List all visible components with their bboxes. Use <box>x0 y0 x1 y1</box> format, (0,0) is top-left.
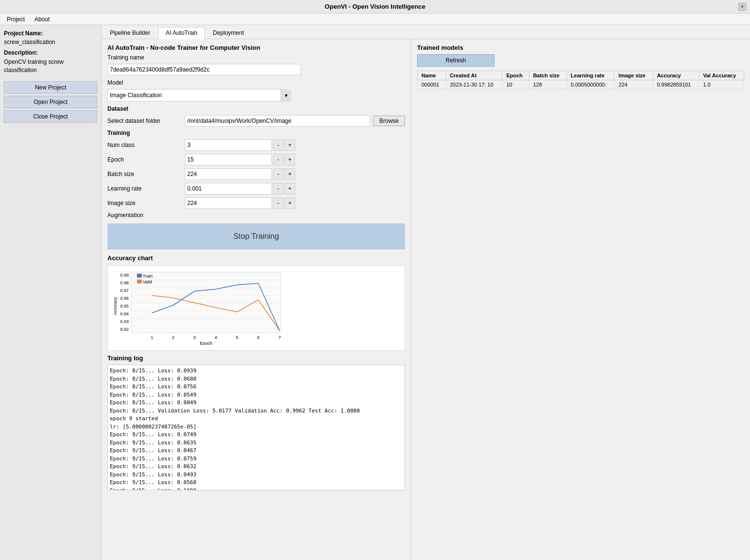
dataset-label: Dataset <box>107 105 185 112</box>
project-name-label: Project Name: <box>4 30 97 37</box>
svg-text:Train: Train <box>143 274 152 279</box>
svg-text:3: 3 <box>193 335 195 340</box>
epoch-label: Epoch <box>107 156 185 163</box>
augmentation-label: Augmentation <box>107 212 185 219</box>
col-image-size: Image size <box>615 71 653 80</box>
accuracy-chart-label: Accuracy chart <box>107 254 405 262</box>
svg-text:5: 5 <box>236 335 238 340</box>
image-size-input[interactable] <box>185 197 272 209</box>
col-batch-size: Batch size <box>529 71 567 80</box>
svg-text:Valid: Valid <box>143 280 152 284</box>
open-project-button[interactable]: Open Project <box>4 96 97 108</box>
table-header-row: Name Created At Epoch Batch size Learnin… <box>418 71 744 80</box>
autotrain-header: AI AutoTrain - No-code Trainer for Compu… <box>107 44 405 51</box>
num-class-row: Num class - + <box>107 139 405 151</box>
content-area: Pipeline Builder AI AutoTrain Deployment… <box>102 25 750 560</box>
svg-rect-9 <box>131 272 281 333</box>
svg-text:0.92: 0.92 <box>120 327 129 332</box>
svg-text:0.98: 0.98 <box>120 280 129 285</box>
num-class-input[interactable] <box>185 139 272 151</box>
dataset-folder-input[interactable] <box>185 115 370 127</box>
refresh-button[interactable]: Refresh <box>417 54 495 67</box>
learning-rate-stepper: - + <box>185 183 295 194</box>
image-size-stepper: - + <box>185 197 295 209</box>
project-name-value: screw_classification <box>4 39 97 45</box>
close-project-button[interactable]: Close Project <box>4 110 97 123</box>
image-size-label: Image size <box>107 200 185 206</box>
svg-text:0.97: 0.97 <box>120 288 129 293</box>
training-name-input[interactable] <box>107 64 301 75</box>
svg-text:Epoch: Epoch <box>200 341 212 345</box>
learning-rate-increment[interactable]: + <box>285 183 295 194</box>
svg-text:2: 2 <box>172 335 174 340</box>
menubar: Project About <box>0 14 750 25</box>
epoch-increment[interactable]: + <box>285 154 295 165</box>
table-cell: 224 <box>615 80 653 89</box>
num-class-stepper: - + <box>185 139 295 151</box>
epoch-decrement[interactable]: - <box>273 154 284 165</box>
batch-size-decrement[interactable]: - <box>273 168 284 180</box>
tab-content: AI AutoTrain - No-code Trainer for Compu… <box>102 39 750 560</box>
new-project-button[interactable]: New Project <box>4 81 97 94</box>
menu-project[interactable]: Project <box>2 15 30 24</box>
svg-text:0.99: 0.99 <box>120 273 129 278</box>
image-size-row: Image size - + <box>107 197 405 209</box>
table-row: 0000012023-11-30 17: 10101280.0005000000… <box>418 80 744 89</box>
num-class-increment[interactable]: + <box>285 139 295 151</box>
table-cell: 0.9982859101 <box>653 80 699 89</box>
svg-text:0.93: 0.93 <box>120 319 129 324</box>
table-cell: 10 <box>502 80 529 89</box>
training-section: Training <box>107 130 405 136</box>
training-log[interactable]: Epoch: 8/15... Loss: 0.0939Epoch: 8/15..… <box>107 365 405 490</box>
accuracy-chart-section: Accuracy chart 0.99 0.98 0.97 0.96 0.95 … <box>107 254 405 351</box>
batch-size-input[interactable] <box>185 168 272 180</box>
svg-text:0.94: 0.94 <box>120 311 129 316</box>
model-label: Model <box>107 79 185 86</box>
titlebar: OpenVI - Open Vision Intelligence × <box>0 0 750 14</box>
training-section-label: Training <box>107 130 185 136</box>
close-button[interactable]: × <box>738 3 746 11</box>
svg-text:0.96: 0.96 <box>120 296 129 301</box>
svg-rect-29 <box>137 280 142 283</box>
accuracy-chart: 0.99 0.98 0.97 0.96 0.95 0.94 0.93 0.92 … <box>107 265 405 351</box>
right-panel: Trained models Refresh Name Created At E… <box>411 39 750 560</box>
image-size-increment[interactable]: + <box>285 197 295 209</box>
stop-training-button[interactable]: Stop Training <box>107 223 405 250</box>
table-cell: 2023-11-30 17: 10 <box>446 80 502 89</box>
svg-rect-27 <box>137 274 142 278</box>
col-val-accuracy: Val Accuracy <box>699 71 744 80</box>
col-epoch: Epoch <box>502 71 529 80</box>
augmentation-row: Augmentation <box>107 212 405 219</box>
training-log-label: Training log <box>107 354 405 362</box>
description-value: OpenCV training screw classification <box>4 58 97 74</box>
tab-pipeline-builder[interactable]: Pipeline Builder <box>103 27 157 39</box>
training-log-section: Training log Epoch: 8/15... Loss: 0.0939… <box>107 354 405 490</box>
image-size-decrement[interactable]: - <box>273 197 284 209</box>
model-select-row: Image Classification ▼ <box>107 89 405 102</box>
main-layout: Project Name: screw_classification Descr… <box>0 25 750 560</box>
model-select[interactable]: Image Classification <box>107 89 291 102</box>
learning-rate-input[interactable] <box>185 183 272 194</box>
col-name: Name <box>418 71 446 80</box>
model-row: Model <box>107 79 405 86</box>
tab-ai-autotrain[interactable]: AI AutoTrain <box>158 27 205 39</box>
table-cell: 128 <box>529 80 567 89</box>
col-created-at: Created At <box>446 71 502 80</box>
svg-text:0.95: 0.95 <box>120 304 129 309</box>
sidebar: Project Name: screw_classification Descr… <box>0 25 102 560</box>
learning-rate-row: Learning rate - + <box>107 183 405 194</box>
num-class-decrement[interactable]: - <box>273 139 284 151</box>
menu-about[interactable]: About <box>30 15 54 24</box>
tabs: Pipeline Builder AI AutoTrain Deployment <box>102 25 750 39</box>
svg-text:4: 4 <box>214 335 217 340</box>
svg-text:7: 7 <box>278 335 281 340</box>
browse-button[interactable]: Browse <box>373 116 405 126</box>
col-learning-rate: Learning rate <box>567 71 615 80</box>
batch-size-increment[interactable]: + <box>285 168 295 180</box>
epoch-input[interactable] <box>185 154 272 165</box>
learning-rate-decrement[interactable]: - <box>273 183 284 194</box>
tab-deployment[interactable]: Deployment <box>206 27 251 39</box>
batch-size-row: Batch size - + <box>107 168 405 180</box>
svg-text:Accuracy: Accuracy <box>113 297 118 315</box>
col-accuracy: Accuracy <box>653 71 699 80</box>
